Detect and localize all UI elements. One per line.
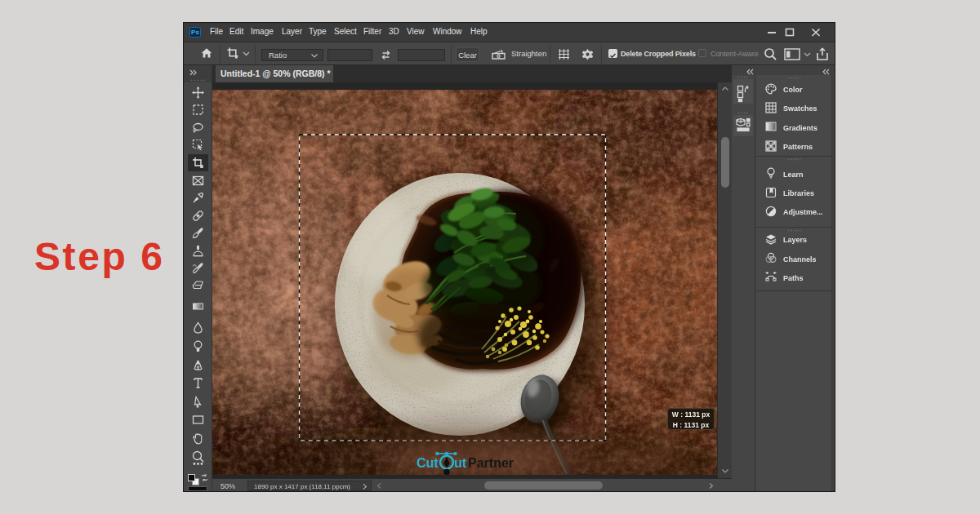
svg-text:ut: ut: [454, 456, 467, 470]
svg-text:Partner: Partner: [468, 456, 514, 470]
svg-text:Cut: Cut: [416, 456, 439, 470]
